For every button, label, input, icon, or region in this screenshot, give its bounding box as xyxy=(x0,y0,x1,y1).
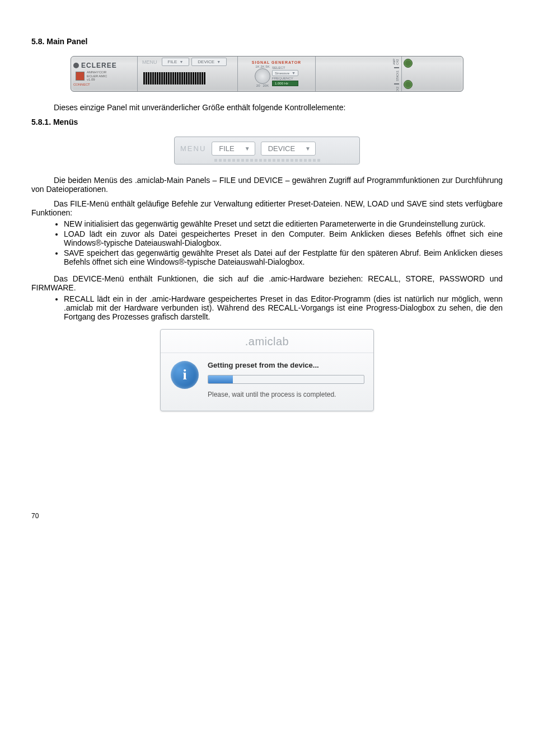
file-menu-paragraph: Das FILE-Menü enthält geläufige Befehle … xyxy=(31,199,503,217)
panel-menu-label: MENU xyxy=(140,59,160,65)
dialog-subtext: Please, wait until the process is comple… xyxy=(208,391,363,398)
power-top-icon[interactable] xyxy=(404,59,413,68)
frequency-display: 1.000 Hz xyxy=(272,81,298,86)
info-icon: i xyxy=(171,361,199,389)
heading-main-panel: 5.8. Main Panel xyxy=(31,37,503,46)
frequency-dial[interactable] xyxy=(255,68,270,84)
panel-file-menu[interactable]: FILE ▼ xyxy=(162,58,190,66)
file-menu-dropdown[interactable]: FILE ▼ xyxy=(212,142,255,156)
dialog-title: .amiclab xyxy=(161,330,373,353)
device-item-recall: RECALL lädt ein in der .amic-Hardware ge… xyxy=(64,294,503,321)
logo-dot-icon xyxy=(73,63,79,68)
device-version: v1.09 xyxy=(87,78,95,81)
chevron-down-icon: ▼ xyxy=(305,145,311,152)
intro-paragraph: Dieses einzige Panel mit unveränderliche… xyxy=(31,103,503,112)
file-item-load: LOAD lädt ein zuvor als Datei gespeicher… xyxy=(64,229,503,247)
dial-tick-1k: 1K xyxy=(255,65,259,68)
sig-frequency-label: FREQUENCY xyxy=(272,77,298,80)
panel-device-menu-text: DEVICE xyxy=(198,59,214,64)
menus-intro-paragraph: Die beiden Menüs des .amiclab-Main Panel… xyxy=(31,176,503,194)
waveform-value: Sinewave xyxy=(275,72,289,75)
meter-label-stack1: STACK1 xyxy=(396,71,399,81)
page-number: 70 xyxy=(31,512,503,520)
level-bars xyxy=(140,66,235,90)
progress-bar xyxy=(208,375,364,384)
product-logo: ECLEREE xyxy=(81,62,117,69)
file-item-save: SAVE speichert das gegenwärtig gewählte … xyxy=(64,248,503,266)
dial-tick-5k: 5K xyxy=(265,65,269,68)
dial-tick-20k: 20K xyxy=(263,84,269,87)
file-menu-text: FILE xyxy=(219,144,234,153)
dial-tick-20: 20 xyxy=(256,84,260,87)
file-item-new: NEW initialisiert das gegenwärtig gewähl… xyxy=(64,219,503,228)
sig-select-label: SELECT xyxy=(272,66,298,69)
device-model-line1: AMNHYCOR xyxy=(87,71,106,74)
device-menu-list: RECALL lädt ein in der .amic-Hardware ge… xyxy=(54,294,503,321)
meter-label-ch2: AMP CH2 xyxy=(392,59,399,65)
chevron-down-icon: ▼ xyxy=(217,60,221,64)
panel-file-menu-text: FILE xyxy=(168,59,177,64)
chevron-down-icon: ▼ xyxy=(245,145,250,152)
dialog-heading: Getting preset from the device... xyxy=(208,361,363,369)
device-model-line2: ECLER AMIC xyxy=(87,74,107,78)
file-menu-list: NEW initialisiert das gegenwärtig gewähl… xyxy=(54,219,503,266)
waveform-select[interactable]: Sinewave ▼ xyxy=(272,70,298,76)
panel-device-menu[interactable]: DEVICE ▼ xyxy=(191,58,227,66)
device-menu-text: DEVICE xyxy=(268,144,295,153)
power-bottom-icon[interactable] xyxy=(404,80,413,89)
meter-stack1 xyxy=(394,83,399,84)
progress-dialog-figure: .amiclab i Getting preset from the devic… xyxy=(160,329,374,411)
device-menu-dropdown[interactable]: DEVICE ▼ xyxy=(261,142,316,156)
chevron-down-icon: ▼ xyxy=(292,71,296,75)
main-panel-figure: ECLEREE AMNHYCOR ECLER AMIC v1.09 CONNEC… xyxy=(71,56,463,92)
menu-strip-label: MENU xyxy=(180,144,206,153)
meter-ch2 xyxy=(394,67,399,68)
menu-decorative-dots xyxy=(180,159,354,162)
output-meters: AMP CH1 AMP CH2 STACK1 STACK2 xyxy=(316,57,402,91)
meter-label-stack2: STACK2 xyxy=(396,87,399,92)
menu-strip-figure: MENU FILE ▼ DEVICE ▼ xyxy=(174,137,360,165)
meter-ch1 xyxy=(394,56,399,57)
chevron-down-icon: ▼ xyxy=(179,60,183,64)
heading-menus: 5.8.1. Menüs xyxy=(31,118,503,126)
connect-label[interactable]: CONNECT xyxy=(73,83,135,86)
device-menu-paragraph: Das DEVICE-Menü enthält Funktionen, die … xyxy=(31,274,503,292)
device-color-swatch xyxy=(76,72,85,81)
signal-generator-title: SIGNAL GENERATOR xyxy=(240,60,313,64)
